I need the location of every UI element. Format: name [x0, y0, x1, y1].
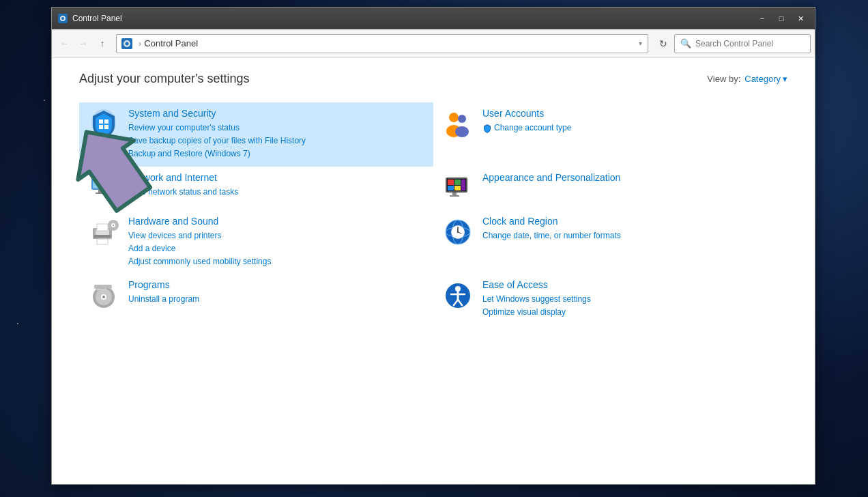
search-input[interactable]	[695, 39, 805, 48]
svg-point-14	[455, 126, 469, 137]
network-internet-title[interactable]: Network and Internet	[128, 172, 238, 183]
appearance-icon	[442, 172, 474, 205]
hardware-sound-content: Hardware and Sound View devices and prin…	[128, 216, 271, 269]
svg-rect-30	[450, 195, 459, 197]
svg-rect-35	[97, 239, 108, 244]
svg-point-5	[126, 42, 129, 45]
back-button[interactable]: ←	[56, 36, 72, 52]
category-user-accounts: User Accounts Change account type	[433, 102, 787, 167]
view-by-control: View by: Category ▾	[707, 74, 787, 84]
programs-link-1[interactable]: Uninstall a program	[128, 293, 199, 306]
svg-rect-8	[104, 119, 108, 124]
maximize-button[interactable]: □	[772, 12, 790, 25]
category-programs: Programs Uninstall a program	[79, 274, 433, 324]
forward-button[interactable]: →	[75, 36, 91, 52]
close-button[interactable]: ✕	[792, 12, 809, 25]
address-text: Control Panel	[144, 38, 637, 48]
svg-rect-17	[98, 190, 102, 193]
titlebar: Control Panel − □ ✕	[52, 8, 815, 29]
system-security-title[interactable]: System and Security	[128, 108, 306, 119]
network-internet-icon	[87, 172, 120, 205]
address-bar-icon	[121, 38, 133, 50]
hardware-sound-title[interactable]: Hardware and Sound	[128, 216, 271, 227]
category-system-security: System and Security Review your computer…	[79, 102, 433, 167]
network-internet-content: Network and Internet View network status…	[128, 172, 238, 199]
category-ease-of-access: Ease of Access Let Windows suggest setti…	[433, 274, 787, 324]
svg-point-2	[61, 17, 64, 20]
hardware-sound-link-3[interactable]: Adjust commonly used mobility settings	[128, 255, 271, 268]
svg-rect-27	[454, 186, 461, 190]
svg-rect-28	[461, 180, 465, 190]
refresh-button[interactable]: ↻	[655, 36, 671, 52]
svg-rect-52	[94, 285, 112, 289]
svg-rect-33	[94, 235, 111, 238]
svg-rect-9	[99, 125, 103, 129]
shield-small-icon	[482, 124, 492, 133]
svg-point-13	[458, 115, 466, 123]
svg-point-51	[102, 296, 105, 298]
hardware-sound-link-1[interactable]: View devices and printers	[128, 229, 271, 242]
navbar: ← → ↑ › Control Panel ▾ ↻ 🔍	[52, 29, 815, 58]
user-accounts-link-1[interactable]: Change account type	[482, 122, 571, 134]
system-security-content: System and Security Review your computer…	[128, 108, 306, 161]
category-network-internet: Network and Internet View network status…	[79, 167, 433, 210]
svg-rect-10	[104, 125, 108, 129]
hardware-sound-link-2[interactable]: Add a device	[128, 242, 271, 255]
category-clock-region: Clock and Region Change date, time, or n…	[433, 210, 787, 274]
clock-region-link-1[interactable]: Change date, time, or number formats	[482, 229, 621, 242]
svg-rect-25	[454, 180, 461, 185]
control-panel-window: Control Panel − □ ✕ ← → ↑ › Control Pane…	[51, 7, 815, 485]
svg-rect-24	[448, 180, 454, 185]
clock-region-title[interactable]: Clock and Region	[482, 216, 621, 227]
titlebar-title: Control Panel	[72, 14, 753, 23]
user-accounts-content: User Accounts Change account type	[482, 108, 571, 134]
view-by-label: View by:	[707, 74, 740, 84]
svg-point-38	[113, 225, 114, 226]
search-icon: 🔍	[680, 38, 691, 48]
programs-icon	[87, 279, 120, 312]
network-internet-link-1[interactable]: View network status and tasks	[128, 186, 238, 199]
svg-rect-7	[99, 119, 103, 124]
system-security-link-3[interactable]: Backup and Restore (Windows 7)	[128, 147, 306, 160]
ease-of-access-link-2[interactable]: Optimize visual display	[482, 306, 591, 319]
programs-title[interactable]: Programs	[128, 279, 199, 290]
system-security-icon	[87, 108, 120, 141]
svg-rect-16	[93, 178, 108, 188]
ease-of-access-link-1[interactable]: Let Windows suggest settings	[482, 293, 591, 306]
category-hardware-sound: Hardware and Sound View devices and prin…	[79, 210, 433, 274]
system-security-link-2[interactable]: Save backup copies of your files with Fi…	[128, 134, 306, 147]
user-accounts-icon	[442, 108, 474, 141]
page-title: Adjust your computer's settings	[79, 72, 250, 86]
address-dropdown-arrow[interactable]: ▾	[637, 40, 643, 47]
main-content: Adjust your computer's settings View by:…	[52, 58, 815, 484]
svg-rect-29	[452, 193, 457, 195]
minimize-button[interactable]: −	[753, 12, 771, 25]
appearance-content: Appearance and Personalization	[482, 172, 620, 186]
page-header: Adjust your computer's settings View by:…	[79, 72, 787, 86]
titlebar-icon	[57, 13, 68, 24]
svg-rect-26	[448, 186, 454, 190]
ease-of-access-content: Ease of Access Let Windows suggest setti…	[482, 279, 591, 319]
clock-region-icon	[442, 216, 474, 248]
address-separator: ›	[139, 38, 141, 48]
svg-rect-34	[97, 224, 108, 231]
titlebar-controls: − □ ✕	[753, 12, 809, 25]
hardware-sound-icon	[87, 216, 120, 248]
category-appearance: Appearance and Personalization	[433, 167, 787, 210]
system-security-link-1[interactable]: Review your computer's status	[128, 122, 306, 134]
appearance-title[interactable]: Appearance and Personalization	[482, 172, 620, 183]
search-box[interactable]: 🔍	[674, 34, 811, 53]
programs-content: Programs Uninstall a program	[128, 279, 199, 306]
ease-of-access-title[interactable]: Ease of Access	[482, 279, 591, 290]
up-button[interactable]: ↑	[94, 36, 111, 52]
svg-rect-18	[96, 193, 105, 194]
clock-region-content: Clock and Region Change date, time, or n…	[482, 216, 621, 242]
svg-point-11	[449, 113, 459, 122]
view-by-value[interactable]: Category ▾	[744, 74, 787, 84]
user-accounts-title[interactable]: User Accounts	[482, 108, 571, 119]
ease-of-access-icon	[442, 279, 474, 312]
svg-point-21	[111, 193, 113, 195]
categories-grid: System and Security Review your computer…	[79, 102, 787, 325]
address-bar[interactable]: › Control Panel ▾	[116, 34, 648, 53]
